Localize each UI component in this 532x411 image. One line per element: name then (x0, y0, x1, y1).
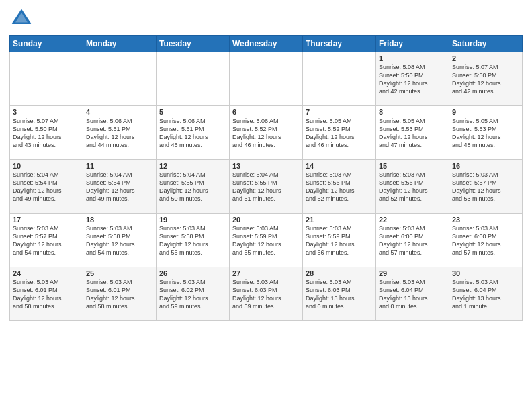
weekday-header-friday: Friday (376, 36, 449, 52)
calendar-cell: 15Sunrise: 5:03 AMSunset: 5:56 PMDayligh… (376, 160, 449, 214)
day-number: 28 (306, 269, 373, 277)
calendar-cell: 1Sunrise: 5:08 AMSunset: 5:50 PMDaylight… (376, 52, 449, 106)
calendar-cell: 9Sunrise: 5:05 AMSunset: 5:53 PMDaylight… (449, 106, 523, 160)
day-info: Sunrise: 5:03 AMSunset: 6:00 PMDaylight:… (379, 224, 446, 257)
calendar-cell: 24Sunrise: 5:03 AMSunset: 6:01 PMDayligh… (10, 267, 83, 321)
day-info: Sunrise: 5:04 AMSunset: 5:55 PMDaylight:… (159, 171, 226, 203)
calendar-week-2: 10Sunrise: 5:04 AMSunset: 5:54 PMDayligh… (10, 160, 523, 214)
calendar-week-3: 17Sunrise: 5:03 AMSunset: 5:57 PMDayligh… (10, 214, 523, 267)
day-number: 21 (306, 216, 373, 224)
day-info: Sunrise: 5:04 AMSunset: 5:54 PMDaylight:… (13, 171, 80, 203)
day-info: Sunrise: 5:03 AMSunset: 6:01 PMDaylight:… (86, 278, 153, 311)
calendar-body: 1Sunrise: 5:08 AMSunset: 5:50 PMDaylight… (10, 52, 523, 321)
calendar-cell (83, 52, 157, 106)
day-info: Sunrise: 5:03 AMSunset: 6:00 PMDaylight:… (452, 224, 519, 257)
logo-icon (9, 7, 34, 31)
calendar-cell: 11Sunrise: 5:04 AMSunset: 5:54 PMDayligh… (83, 160, 157, 214)
weekday-header-saturday: Saturday (449, 36, 523, 52)
day-info: Sunrise: 5:03 AMSunset: 5:56 PMDaylight:… (306, 171, 373, 203)
calendar-cell (303, 52, 376, 106)
calendar-cell: 14Sunrise: 5:03 AMSunset: 5:56 PMDayligh… (303, 160, 376, 214)
day-info: Sunrise: 5:08 AMSunset: 5:50 PMDaylight:… (379, 63, 446, 96)
day-number: 4 (86, 108, 153, 116)
day-number: 16 (452, 162, 519, 170)
calendar-cell: 20Sunrise: 5:03 AMSunset: 5:59 PMDayligh… (230, 214, 303, 267)
day-info: Sunrise: 5:05 AMSunset: 5:53 PMDaylight:… (452, 117, 519, 150)
day-info: Sunrise: 5:03 AMSunset: 6:03 PMDaylight:… (232, 278, 300, 311)
weekday-header-tuesday: Tuesday (157, 36, 230, 52)
day-info: Sunrise: 5:06 AMSunset: 5:51 PMDaylight:… (86, 117, 153, 150)
calendar-cell: 25Sunrise: 5:03 AMSunset: 6:01 PMDayligh… (83, 267, 157, 321)
day-info: Sunrise: 5:03 AMSunset: 6:04 PMDaylight:… (452, 278, 519, 311)
calendar-header: SundayMondayTuesdayWednesdayThursdayFrid… (10, 36, 523, 52)
day-number: 9 (452, 108, 519, 116)
day-number: 14 (306, 162, 373, 170)
day-info: Sunrise: 5:05 AMSunset: 5:52 PMDaylight:… (306, 117, 373, 150)
day-info: Sunrise: 5:07 AMSunset: 5:50 PMDaylight:… (13, 117, 80, 150)
calendar-cell: 3Sunrise: 5:07 AMSunset: 5:50 PMDaylight… (10, 106, 83, 160)
day-info: Sunrise: 5:03 AMSunset: 5:58 PMDaylight:… (86, 224, 153, 257)
calendar-cell: 29Sunrise: 5:03 AMSunset: 6:04 PMDayligh… (376, 267, 449, 321)
calendar-cell: 13Sunrise: 5:04 AMSunset: 5:55 PMDayligh… (230, 160, 303, 214)
calendar-cell: 17Sunrise: 5:03 AMSunset: 5:57 PMDayligh… (10, 214, 83, 267)
day-info: Sunrise: 5:06 AMSunset: 5:51 PMDaylight:… (159, 117, 226, 150)
day-number: 2 (452, 54, 519, 62)
day-number: 1 (379, 54, 446, 62)
weekday-header-monday: Monday (83, 36, 157, 52)
calendar-cell: 4Sunrise: 5:06 AMSunset: 5:51 PMDaylight… (83, 106, 157, 160)
calendar-cell: 2Sunrise: 5:07 AMSunset: 5:50 PMDaylight… (449, 52, 523, 106)
day-number: 19 (159, 216, 226, 224)
day-number: 3 (13, 108, 80, 116)
calendar-table: SundayMondayTuesdayWednesdayThursdayFrid… (9, 35, 523, 321)
calendar-cell: 27Sunrise: 5:03 AMSunset: 6:03 PMDayligh… (230, 267, 303, 321)
day-number: 25 (86, 269, 153, 277)
calendar-cell: 23Sunrise: 5:03 AMSunset: 6:00 PMDayligh… (449, 214, 523, 267)
day-number: 20 (232, 216, 300, 224)
day-info: Sunrise: 5:03 AMSunset: 5:56 PMDaylight:… (379, 171, 446, 203)
day-number: 17 (13, 216, 80, 224)
calendar-cell: 8Sunrise: 5:05 AMSunset: 5:53 PMDaylight… (376, 106, 449, 160)
day-number: 5 (159, 108, 226, 116)
day-number: 30 (452, 269, 519, 277)
day-info: Sunrise: 5:03 AMSunset: 5:59 PMDaylight:… (306, 224, 373, 257)
calendar-cell: 30Sunrise: 5:03 AMSunset: 6:04 PMDayligh… (449, 267, 523, 321)
day-info: Sunrise: 5:04 AMSunset: 5:54 PMDaylight:… (86, 171, 153, 203)
day-number: 13 (232, 162, 300, 170)
calendar-cell: 10Sunrise: 5:04 AMSunset: 5:54 PMDayligh… (10, 160, 83, 214)
calendar-cell: 26Sunrise: 5:03 AMSunset: 6:02 PMDayligh… (157, 267, 230, 321)
calendar-cell: 28Sunrise: 5:03 AMSunset: 6:03 PMDayligh… (303, 267, 376, 321)
day-info: Sunrise: 5:03 AMSunset: 6:04 PMDaylight:… (379, 278, 446, 311)
day-number: 6 (232, 108, 300, 116)
day-info: Sunrise: 5:04 AMSunset: 5:55 PMDaylight:… (232, 171, 300, 203)
day-number: 7 (306, 108, 373, 116)
calendar-cell: 18Sunrise: 5:03 AMSunset: 5:58 PMDayligh… (83, 214, 157, 267)
day-number: 27 (232, 269, 300, 277)
calendar-cell: 16Sunrise: 5:03 AMSunset: 5:57 PMDayligh… (449, 160, 523, 214)
day-info: Sunrise: 5:05 AMSunset: 5:53 PMDaylight:… (379, 117, 446, 150)
day-number: 15 (379, 162, 446, 170)
day-info: Sunrise: 5:03 AMSunset: 5:59 PMDaylight:… (232, 224, 300, 257)
day-number: 10 (13, 162, 80, 170)
weekday-header-wednesday: Wednesday (230, 36, 303, 52)
calendar-cell: 22Sunrise: 5:03 AMSunset: 6:00 PMDayligh… (376, 214, 449, 267)
weekday-header-thursday: Thursday (303, 36, 376, 52)
calendar-cell: 5Sunrise: 5:06 AMSunset: 5:51 PMDaylight… (157, 106, 230, 160)
calendar-cell: 7Sunrise: 5:05 AMSunset: 5:52 PMDaylight… (303, 106, 376, 160)
day-number: 24 (13, 269, 80, 277)
page: SundayMondayTuesdayWednesdayThursdayFrid… (0, 0, 532, 411)
day-number: 22 (379, 216, 446, 224)
day-number: 8 (379, 108, 446, 116)
day-number: 18 (86, 216, 153, 224)
day-info: Sunrise: 5:06 AMSunset: 5:52 PMDaylight:… (232, 117, 300, 150)
calendar-cell (230, 52, 303, 106)
calendar-week-0: 1Sunrise: 5:08 AMSunset: 5:50 PMDaylight… (10, 52, 523, 106)
calendar-week-1: 3Sunrise: 5:07 AMSunset: 5:50 PMDaylight… (10, 106, 523, 160)
day-info: Sunrise: 5:03 AMSunset: 6:03 PMDaylight:… (306, 278, 373, 311)
day-number: 29 (379, 269, 446, 277)
day-info: Sunrise: 5:03 AMSunset: 6:01 PMDaylight:… (13, 278, 80, 311)
header (9, 7, 523, 31)
day-info: Sunrise: 5:03 AMSunset: 5:57 PMDaylight:… (452, 171, 519, 203)
calendar-cell: 6Sunrise: 5:06 AMSunset: 5:52 PMDaylight… (230, 106, 303, 160)
day-info: Sunrise: 5:03 AMSunset: 6:02 PMDaylight:… (159, 278, 226, 311)
calendar-week-4: 24Sunrise: 5:03 AMSunset: 6:01 PMDayligh… (10, 267, 523, 321)
